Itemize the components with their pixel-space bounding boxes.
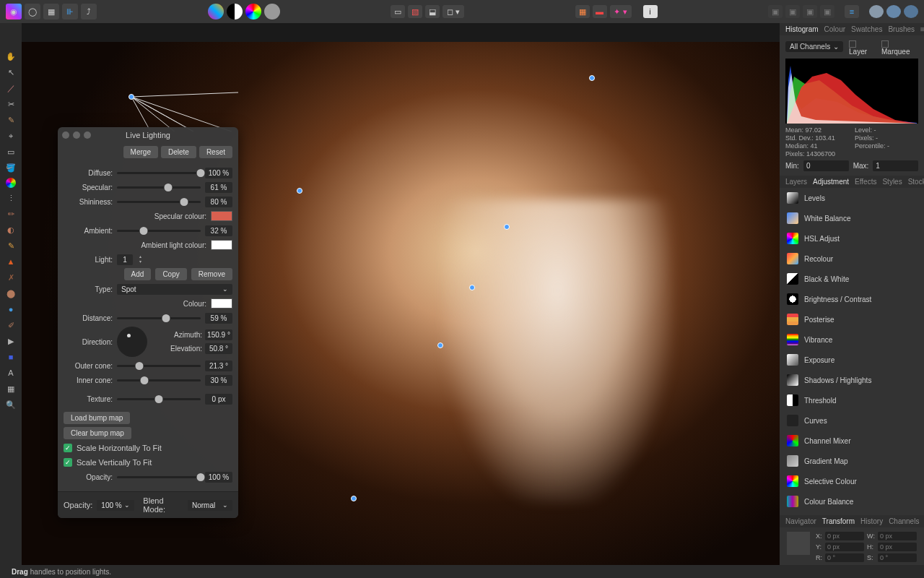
circle1-icon[interactable] [869, 5, 884, 18]
marquee-tool-icon[interactable]: ▭ [4, 146, 18, 158]
layer-checkbox[interactable] [849, 40, 856, 48]
move-tool-icon[interactable]: ↖ [4, 66, 18, 78]
opacity-slider[interactable] [117, 476, 201, 478]
arrow-tool-icon[interactable]: ▶ [4, 335, 18, 347]
select-invert-icon[interactable]: ⬓ [425, 5, 440, 18]
bw-icon[interactable] [227, 4, 243, 20]
develop-persona-icon[interactable]: ▦ [43, 4, 59, 20]
ambient-colour-swatch[interactable] [211, 240, 232, 250]
remove-light-button[interactable]: Remove [191, 268, 232, 280]
live-lighting-panel[interactable]: Live Lighting Merge Delete Reset Diffuse… [58, 127, 238, 518]
specular-colour-swatch[interactable] [211, 211, 232, 221]
blend-mode-select[interactable]: Normal [188, 500, 232, 511]
colour-swatch[interactable] [211, 298, 232, 309]
merge-button[interactable]: Merge [123, 146, 158, 158]
channels-select[interactable]: All Channels [785, 41, 843, 52]
select-rect-icon[interactable]: ▭ [391, 5, 405, 18]
s-field[interactable]: 0 ° [878, 553, 917, 562]
scale-v-checkbox[interactable]: ✓ [64, 458, 72, 467]
rect-tool-icon[interactable]: ■ [4, 351, 18, 363]
tab-history[interactable]: History [860, 517, 883, 525]
arrange4-icon[interactable]: ▣ [820, 5, 834, 18]
light-handle[interactable] [469, 285, 475, 290]
crop-tool-icon[interactable]: ✂ [4, 98, 18, 110]
reset-button[interactable]: Reset [199, 146, 232, 158]
copy-light-button[interactable]: Copy [155, 268, 186, 280]
arrange1-icon[interactable]: ▣ [768, 5, 783, 18]
scratch-tool-icon[interactable]: ✗ [4, 272, 18, 283]
adjustment-item[interactable]: Posterise [780, 309, 924, 329]
light-stepper[interactable]: ▴▾ [137, 254, 143, 264]
arrange2-icon[interactable]: ▣ [785, 5, 800, 18]
tab-effects[interactable]: Effects [855, 178, 876, 186]
tab-adjustment[interactable]: Adjustment [813, 178, 849, 186]
rainbow-tool-icon[interactable] [6, 178, 16, 188]
adjustment-item[interactable]: Curves [780, 410, 924, 431]
grey-icon[interactable] [264, 4, 280, 20]
grid-toggle-icon[interactable]: ▦ [575, 5, 590, 18]
load-bump-button[interactable]: Load bump map [64, 412, 130, 424]
adjustment-item[interactable]: White Balance [780, 208, 924, 228]
x-field[interactable]: 0 px [825, 532, 864, 540]
r-field[interactable]: 0 ° [825, 553, 864, 562]
tab-layers[interactable]: Layers [785, 178, 807, 186]
align-icon[interactable]: ≡ [845, 5, 859, 18]
flame-tool-icon[interactable]: ▲ [4, 256, 18, 267]
zoom-tool-icon[interactable]: 🔍 [4, 399, 18, 410]
hand-tool-icon[interactable]: ✋ [4, 51, 18, 62]
adjustment-item[interactable]: Brightness / Contrast [780, 289, 924, 309]
export-persona-icon[interactable]: ⤴ [81, 4, 97, 20]
fx-tool-icon[interactable]: ✐ [4, 319, 18, 331]
y-field[interactable]: 0 px [825, 543, 864, 551]
diffuse-slider[interactable] [117, 172, 201, 174]
adjustment-item[interactable]: Levels [780, 188, 924, 208]
brush-tool-icon[interactable]: ／ [4, 82, 18, 94]
accent-icon[interactable] [208, 4, 224, 20]
blur-tool-icon[interactable]: ● [4, 303, 18, 315]
quick-mask-icon[interactable]: ◻ ▾ [443, 5, 464, 18]
arrange3-icon[interactable]: ▣ [803, 5, 817, 18]
light-handle[interactable] [589, 75, 595, 81]
photo-persona-icon[interactable]: ◉ [6, 4, 22, 20]
magic-icon[interactable]: ✦ ▾ [610, 5, 632, 18]
circle3-icon[interactable] [904, 5, 918, 18]
light-handle[interactable] [351, 496, 357, 501]
pencil-tool-icon[interactable]: ✎ [4, 240, 18, 251]
min-field[interactable]: 0 [803, 160, 849, 171]
select-none-icon[interactable]: ▧ [408, 5, 422, 18]
tab-stock[interactable]: Stock [908, 178, 924, 186]
adjustment-item[interactable]: Gradient Map [780, 451, 924, 471]
h-field[interactable]: 0 px [878, 543, 917, 551]
texture-slider[interactable] [117, 398, 201, 400]
add-light-button[interactable]: Add [124, 268, 152, 280]
delete-button[interactable]: Delete [161, 146, 196, 158]
shininess-slider[interactable] [117, 201, 201, 203]
ambient-slider[interactable] [117, 230, 201, 232]
outer-cone-slider[interactable] [117, 365, 201, 367]
clear-bump-button[interactable]: Clear bump map [64, 427, 131, 439]
w-field[interactable]: 0 px [878, 532, 917, 540]
tab-channels[interactable]: Channels [889, 517, 919, 525]
adjustment-item[interactable]: Recolour [780, 249, 924, 269]
inner-cone-slider[interactable] [117, 379, 201, 381]
footer-opacity-select[interactable]: 100 % [97, 500, 134, 511]
type-select[interactable]: Spot [117, 284, 232, 295]
light-handle[interactable] [437, 342, 443, 348]
adjustment-item[interactable]: Threshold [780, 390, 924, 410]
tab-transform[interactable]: Transform [822, 517, 855, 525]
adjustment-item[interactable]: Shadows / Highlights [780, 370, 924, 390]
light-number-field[interactable]: 1 [117, 254, 133, 265]
light-handle[interactable] [504, 224, 510, 230]
panel-menu-icon[interactable]: ≡ [920, 25, 924, 33]
adjustment-item[interactable]: Vibrance [780, 329, 924, 350]
adjustment-item[interactable]: Selective Colour [780, 471, 924, 491]
tab-brushes[interactable]: Brushes [888, 25, 915, 33]
direction-dial[interactable] [117, 327, 147, 357]
airbrush-tool-icon[interactable]: ✏ [4, 208, 18, 220]
sponge-tool-icon[interactable]: ◐ [4, 224, 18, 236]
max-field[interactable]: 1 [873, 160, 918, 171]
text-tool-icon[interactable]: A [4, 367, 18, 379]
tone-map-persona-icon[interactable]: ⊪ [62, 4, 78, 20]
adjustment-item[interactable]: Exposure [780, 350, 924, 370]
tab-swatches[interactable]: Swatches [851, 25, 882, 33]
